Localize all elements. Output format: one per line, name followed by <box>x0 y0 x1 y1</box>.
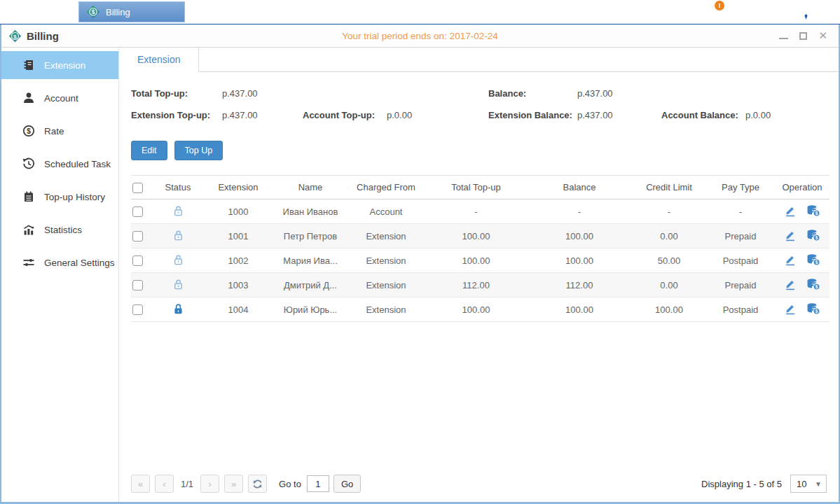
edit-button[interactable]: Edit <box>131 141 167 160</box>
name-cell: Дмитрий Д... <box>274 273 347 298</box>
row-checkbox[interactable] <box>132 255 143 266</box>
credit-limit-cell: - <box>632 200 706 224</box>
balance-value: p.437.00 <box>577 88 661 99</box>
edit-icon[interactable] <box>784 229 797 244</box>
messages-icon[interactable]: ! <box>701 5 719 20</box>
go-button[interactable]: Go <box>333 475 361 493</box>
prev-page-button[interactable]: ‹ <box>155 475 174 493</box>
row-checkbox[interactable] <box>132 206 143 217</box>
billing-diamond-icon: $ <box>8 29 22 43</box>
charged-from-cell: Extension <box>347 224 425 248</box>
extension-balance-value: p.437.00 <box>577 110 661 120</box>
main-content: Extension Total Top-up: p.437.00 Balance… <box>119 48 839 502</box>
os-taskbar: $ Billing ! <box>0 0 840 24</box>
total-topup-label: Total Top-up: <box>131 88 222 99</box>
charged-from-cell: Extension <box>347 298 425 322</box>
row-checkbox[interactable] <box>132 280 143 290</box>
window-title: Billing <box>27 30 59 42</box>
page-size-select[interactable]: 10 ▼ <box>790 475 827 493</box>
name-cell: Иван Иванов <box>274 200 347 224</box>
billing-diamond-icon: $ <box>86 5 100 19</box>
trial-notice: Your trial period ends on: 2017-02-24 <box>1 31 839 41</box>
col-total-topup: Total Top-up <box>425 176 527 200</box>
topup-coins-icon[interactable]: $ <box>806 204 820 219</box>
ledger-icon <box>22 59 35 71</box>
topup-coins-icon[interactable]: $ <box>806 278 820 293</box>
first-page-button[interactable]: « <box>131 475 150 493</box>
sidebar-item-scheduled-task[interactable]: Scheduled Task <box>1 150 118 178</box>
sidebar-item-statistics[interactable]: Statistics <box>1 216 118 244</box>
lock-open-icon <box>172 209 184 219</box>
topup-coins-icon[interactable]: $ <box>806 229 820 244</box>
taskbar-item-billing[interactable]: $ Billing <box>78 1 185 22</box>
row-checkbox[interactable] <box>132 304 143 315</box>
pay-type-cell: Postpaid <box>706 248 775 273</box>
summary-panel: Total Top-up: p.437.00 Balance: p.437.00… <box>119 72 839 126</box>
sidebar-item-extension[interactable]: Extension <box>1 51 118 79</box>
edit-icon[interactable] <box>784 204 797 219</box>
balance-cell: 100.00 <box>527 298 632 322</box>
user-account-icon[interactable] <box>797 4 815 20</box>
svg-text:$: $ <box>815 260 818 265</box>
operation-cell: $ <box>775 298 829 322</box>
lock-closed-icon <box>172 307 184 317</box>
window-titlebar: $ Billing Your trial period ends on: 201… <box>1 24 839 48</box>
sidebar-item-label: Top-up History <box>44 192 105 202</box>
goto-page-input[interactable] <box>307 475 329 492</box>
select-all-checkbox[interactable] <box>132 183 143 193</box>
svg-text:$: $ <box>815 235 818 241</box>
edit-icon[interactable] <box>784 253 797 268</box>
maximize-icon[interactable] <box>799 30 807 41</box>
table-row[interactable]: 1001Петр ПетровExtension100.00100.000.00… <box>131 224 829 248</box>
sidebar-item-general-settings[interactable]: General Settings <box>1 248 118 276</box>
row-checkbox[interactable] <box>132 231 143 241</box>
topup-coins-icon[interactable]: $ <box>806 253 820 268</box>
total-topup-cell: 100.00 <box>425 248 527 273</box>
goto-label: Go to <box>279 479 301 489</box>
sidebar-item-rate[interactable]: $Rate <box>1 117 118 145</box>
name-cell: Юрий Юрь... <box>274 298 347 322</box>
col-balance: Balance <box>527 176 632 200</box>
lock-open-icon <box>172 258 184 268</box>
status-cell <box>153 298 202 322</box>
total-topup-cell: 112.00 <box>425 273 527 298</box>
balance-cell: 100.00 <box>527 248 632 273</box>
app-grid-icon[interactable] <box>28 4 46 20</box>
topup-button[interactable]: Top Up <box>174 141 223 160</box>
operation-cell: $ <box>775 224 829 248</box>
svg-text:$: $ <box>27 127 31 135</box>
col-status: Status <box>153 176 202 200</box>
account-balance-label: Account Balance: <box>661 110 745 120</box>
operation-cell: $ <box>775 200 829 224</box>
credit-limit-cell: 0.00 <box>632 224 706 248</box>
credit-limit-cell: 100.00 <box>632 298 706 322</box>
status-cell <box>153 273 202 298</box>
charged-from-cell: Account <box>347 200 425 224</box>
table-row[interactable]: 1000Иван ИвановAccount----$ <box>131 200 829 224</box>
table-row[interactable]: 1002Мария Ива...Extension100.00100.0050.… <box>131 248 829 273</box>
topup-coins-icon[interactable]: $ <box>806 302 820 317</box>
edit-icon[interactable] <box>784 278 797 293</box>
total-topup-cell: 100.00 <box>425 224 527 248</box>
next-page-button[interactable]: › <box>200 475 219 493</box>
displaying-text: Displaying 1 - 5 of 5 <box>701 479 782 489</box>
tab-extension[interactable]: Extension <box>119 48 199 72</box>
table-row[interactable]: 1003Дмитрий Д...Extension112.00112.000.0… <box>131 273 829 298</box>
balance-label: Balance: <box>488 88 577 99</box>
table-row[interactable]: 1004Юрий Юрь...Extension100.00100.00100.… <box>131 298 829 322</box>
billing-window: $ Billing Your trial period ends on: 201… <box>0 24 840 504</box>
pay-type-cell: Prepaid <box>706 273 775 298</box>
refresh-button[interactable] <box>248 475 267 493</box>
balance-cell: 100.00 <box>527 224 632 248</box>
edit-icon[interactable] <box>784 302 797 317</box>
sidebar-item-account[interactable]: Account <box>1 84 118 112</box>
close-icon[interactable]: ✕ <box>818 30 827 41</box>
sidebar-item-label: General Settings <box>44 258 115 268</box>
extension-table-body: 1000Иван ИвановAccount----$1001Петр Петр… <box>131 200 829 322</box>
operation-cell: $ <box>775 248 829 273</box>
last-page-button[interactable]: » <box>224 475 243 493</box>
sliders-icon <box>22 256 35 269</box>
reports-chart-icon[interactable] <box>748 4 768 20</box>
sidebar-item-top-up-history[interactable]: Top-up History <box>1 183 118 211</box>
minimize-icon[interactable] <box>779 30 788 41</box>
